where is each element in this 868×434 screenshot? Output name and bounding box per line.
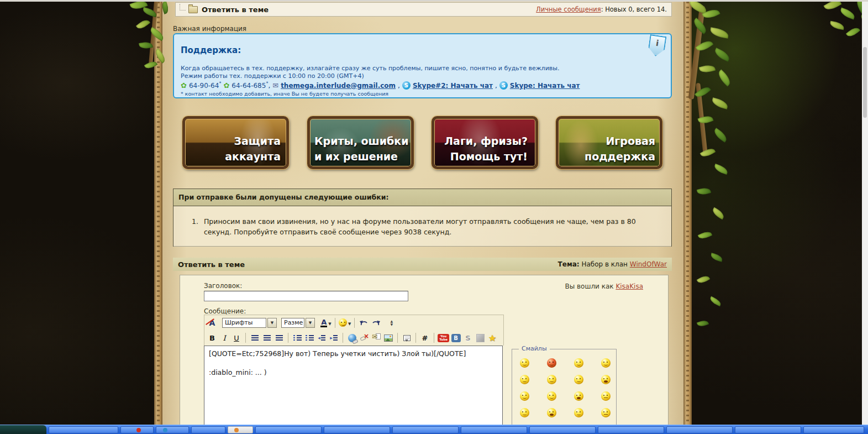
smiley-icon[interactable]	[574, 408, 583, 417]
banner-game-support[interactable]: Игроваяподдержка	[556, 116, 662, 169]
task-button[interactable]	[156, 426, 189, 433]
smiley-icon[interactable]	[520, 391, 529, 401]
remove-format-button[interactable]: A	[207, 317, 218, 328]
message-textarea[interactable]: [QUOTE=Etc;752968]Ну вот) Теперь учетки …	[204, 346, 503, 434]
banner-label-line: Лаги, фризы?	[444, 133, 528, 149]
skype-chat-link[interactable]: Skype: Начать чат	[510, 82, 580, 90]
font-family-select[interactable]: Шрифты	[222, 318, 266, 328]
vk-button[interactable]: B	[450, 332, 461, 343]
support-contacts: 64-90-64* 64-64-685*, themega.interlude@…	[181, 81, 580, 90]
smiley-icon[interactable]	[601, 358, 611, 368]
title-input[interactable]	[204, 291, 408, 301]
pm-counts: : Новых 0, всего 14.	[601, 6, 667, 13]
bold-button[interactable]: B	[207, 332, 218, 343]
reply-header-title: Ответить в теме	[178, 260, 245, 269]
ordered-list-button[interactable]	[292, 332, 303, 343]
smiley-menu-button[interactable]	[339, 317, 351, 328]
font-family-dropdown-arrow[interactable]	[267, 318, 277, 328]
redo-button[interactable]	[370, 317, 381, 328]
smileys-legend: Смайлы	[519, 345, 550, 352]
email-page-icon	[372, 334, 381, 341]
unlink-button[interactable]	[359, 332, 370, 343]
task-button[interactable]	[228, 426, 253, 433]
smiley-icon[interactable]	[520, 358, 529, 368]
error-item-text: Приносим вам свои извинения, но у нас на…	[204, 216, 655, 237]
private-messages-link[interactable]: Личные сообщения	[536, 6, 601, 13]
username-link[interactable]: KisaKisa	[616, 283, 643, 290]
task-button[interactable]	[191, 426, 225, 433]
task-button[interactable]	[461, 426, 527, 433]
topic-text: Набор в клан	[580, 260, 630, 268]
error-box-header: При отправке были допущены следующие оши…	[173, 189, 671, 206]
font-size-dropdown-arrow[interactable]	[306, 318, 315, 328]
task-button[interactable]	[529, 426, 596, 433]
smiley-icon[interactable]	[601, 375, 611, 384]
banner-crits-errors[interactable]: Криты, ошибкии их решение	[307, 116, 414, 169]
smiley-icon[interactable]	[574, 358, 583, 368]
star-smiley-button[interactable]	[487, 332, 498, 343]
task-button[interactable]	[735, 426, 801, 433]
smiley-icon[interactable]	[601, 391, 611, 401]
strikethrough-button[interactable]: S	[462, 332, 474, 343]
task-button[interactable]	[598, 426, 664, 433]
unlink-icon	[360, 334, 369, 342]
skype-icon: S	[402, 81, 411, 90]
undo-button[interactable]	[358, 317, 369, 328]
quote-button[interactable]	[401, 332, 412, 343]
underline-button[interactable]: U	[231, 332, 242, 343]
unordered-list-button[interactable]	[304, 332, 315, 343]
banner-label-line: Игровая	[585, 133, 655, 149]
error-box: При отправке были допущены следующие оши…	[173, 189, 672, 247]
error-list-item: 1. Приносим вам свои извинения, но у нас…	[173, 206, 671, 237]
smiley-icon[interactable]	[547, 408, 556, 417]
smiley-icon[interactable]	[547, 391, 556, 401]
banner-account-protection[interactable]: Защитааккаунта	[182, 116, 289, 169]
code-button[interactable]: #	[419, 332, 430, 343]
italic-button[interactable]: I	[219, 332, 230, 343]
font-color-button[interactable]: A	[320, 317, 332, 328]
youtube-button[interactable]: YouTube	[438, 332, 449, 343]
smiley-icon[interactable]	[520, 375, 529, 384]
smiley-icon[interactable]	[547, 358, 556, 368]
task-icon	[136, 428, 141, 432]
align-right-button[interactable]	[273, 332, 285, 343]
indent-button[interactable]: ▸	[328, 332, 339, 343]
align-center-button[interactable]	[261, 332, 272, 343]
insert-image-button[interactable]	[383, 332, 394, 343]
logged-in-text: Вы вошли как KisaKisa	[565, 283, 644, 290]
align-left-button[interactable]	[249, 332, 260, 343]
insert-link-button[interactable]	[346, 332, 357, 343]
skype2-chat-link[interactable]: Skype#2: Начать чат	[413, 82, 493, 90]
unordered-list-icon	[306, 335, 314, 341]
task-button[interactable]	[803, 426, 864, 433]
smiley-grid	[512, 349, 616, 434]
task-button[interactable]	[392, 426, 459, 433]
support-email-link[interactable]: themega.interlude@gmail.com	[281, 82, 396, 90]
icq-number-1: 64-90-64*	[189, 81, 221, 90]
quote-bubble-icon	[403, 335, 411, 341]
banner-label-line: поддержка	[585, 149, 655, 164]
editor-toolbar-row1: A Шрифты Разме A ▲▼	[204, 315, 504, 330]
tree-indent-icon	[180, 4, 186, 11]
smiley-icon[interactable]	[601, 408, 611, 417]
scrollbar-thumb[interactable]	[863, 47, 867, 118]
resize-editor-control[interactable]: ▲▼	[390, 320, 393, 326]
pm-status-wrap: Личные сообщения: Новых 0, всего 14.	[536, 6, 671, 13]
smiley-icon[interactable]	[574, 375, 583, 384]
smiley-icon[interactable]	[574, 391, 583, 401]
task-button[interactable]	[324, 426, 390, 433]
outdent-button[interactable]: ◂	[316, 332, 327, 343]
spoiler-button[interactable]	[475, 332, 486, 343]
smiley-icon[interactable]	[547, 375, 556, 384]
task-button[interactable]	[49, 426, 118, 433]
youtube-icon: YouTube	[438, 334, 449, 342]
browser-scrollbar[interactable]	[862, 2, 868, 434]
toolbar-separator	[288, 333, 288, 343]
banner-lags-help[interactable]: Лаги, фризы?Помощь тут!	[432, 116, 538, 169]
task-button[interactable]	[255, 426, 322, 433]
smiley-icon[interactable]	[520, 408, 529, 417]
topic-link[interactable]: WindOfWar	[630, 260, 667, 268]
task-button[interactable]	[666, 426, 733, 433]
font-size-select[interactable]: Разме	[281, 318, 304, 328]
insert-email-button[interactable]	[371, 332, 382, 343]
